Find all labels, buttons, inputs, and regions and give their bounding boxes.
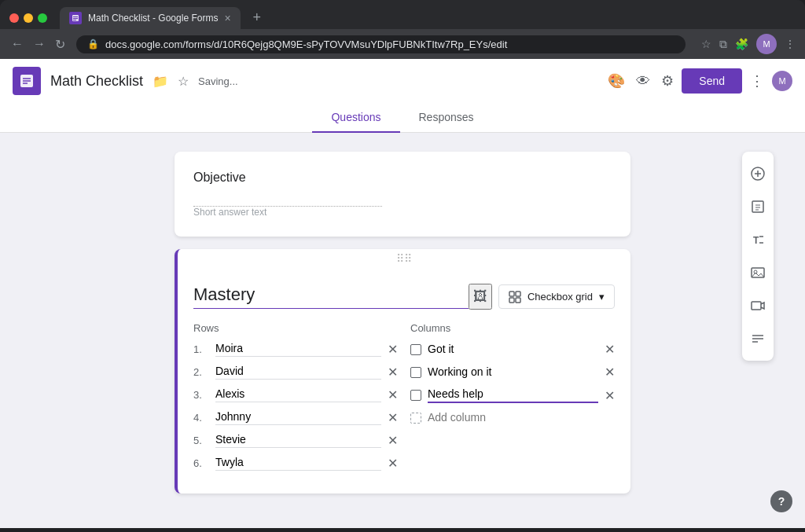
dropdown-arrow-icon: ▾	[599, 291, 605, 303]
row-item: 2. ✕	[193, 365, 398, 380]
svg-rect-24	[752, 302, 761, 310]
drag-handle[interactable]: ⠿⠿	[178, 249, 630, 271]
remove-col-3-icon[interactable]: ✕	[605, 388, 615, 403]
form-tabs: Questions Responses	[0, 103, 805, 133]
new-tab-button[interactable]: +	[247, 6, 268, 29]
columns-section: Columns ✕ ✕	[410, 322, 615, 479]
app-header: Math Checklist 📁 ☆ Saving... 🎨 👁 ⚙ Send …	[0, 59, 805, 103]
short-answer-label: Short answer text	[193, 207, 612, 218]
star-icon[interactable]: ☆	[178, 74, 189, 89]
col-item: ✕	[410, 387, 615, 403]
columns-header: Columns	[410, 322, 615, 334]
svg-rect-11	[516, 298, 520, 303]
add-column-input[interactable]	[428, 411, 615, 425]
row-input-david[interactable]	[215, 365, 381, 380]
svg-rect-8	[509, 292, 514, 296]
add-question-button[interactable]	[742, 158, 774, 189]
folder-icon[interactable]: 📁	[153, 74, 168, 89]
row-input-moira[interactable]	[215, 342, 381, 357]
remove-col-2-icon[interactable]: ✕	[605, 365, 615, 380]
remove-row-3-icon[interactable]: ✕	[388, 387, 398, 402]
rows-section: Rows 1. ✕ 2. ✕ 3.	[193, 322, 398, 479]
add-video-button[interactable]	[742, 290, 774, 321]
remove-col-1-icon[interactable]: ✕	[605, 342, 615, 357]
remove-row-5-icon[interactable]: ✕	[388, 433, 398, 448]
objective-card: Objective Short answer text	[175, 152, 630, 237]
col-input-working-on-it[interactable]	[428, 365, 598, 380]
row-input-alexis[interactable]	[215, 387, 381, 402]
checkbox-grid-icon	[509, 290, 521, 303]
remove-row-2-icon[interactable]: ✕	[388, 365, 398, 380]
question-type-selector[interactable]: Checkbox grid ▾	[498, 284, 615, 309]
add-col-checkbox-icon	[410, 413, 421, 424]
address-bar: ← → ↻ 🔒 docs.google.com/forms/d/10R6Qejg…	[0, 29, 805, 59]
content-area: Objective Short answer text ⠿⠿ 🖼 Checkbo	[0, 133, 805, 525]
help-button[interactable]: ?	[770, 490, 792, 512]
back-button[interactable]: ←	[9, 35, 25, 53]
forward-button[interactable]: →	[31, 35, 47, 53]
traffic-light-yellow[interactable]	[24, 13, 33, 23]
remove-row-4-icon[interactable]: ✕	[388, 410, 398, 425]
profile-icon[interactable]: M	[756, 34, 777, 54]
col-checkbox-1	[410, 344, 421, 355]
settings-icon[interactable]: ⚙	[658, 69, 677, 93]
row-item: 3. ✕	[193, 387, 398, 402]
image-upload-icon[interactable]: 🖼	[469, 284, 492, 310]
tab-responses[interactable]: Responses	[400, 103, 493, 133]
traffic-light-red[interactable]	[9, 13, 19, 23]
add-section-button[interactable]	[742, 323, 774, 354]
user-avatar[interactable]: M	[772, 71, 792, 91]
forms-app-icon	[13, 67, 41, 95]
saving-status: Saving...	[198, 75, 238, 87]
remove-row-6-icon[interactable]: ✕	[388, 456, 398, 471]
preview-icon[interactable]: 👁	[633, 70, 653, 93]
tab-title: Math Checklist - Google Forms	[88, 13, 218, 24]
row-input-johnny[interactable]	[215, 410, 381, 425]
layers-icon[interactable]: ⧉	[719, 38, 727, 51]
browser-menu-icon[interactable]: ⋮	[785, 38, 796, 50]
row-item: 6. ✕	[193, 456, 398, 471]
traffic-light-green[interactable]	[38, 13, 47, 23]
mastery-title-input[interactable]	[193, 284, 469, 309]
question-type-label: Checkbox grid	[527, 291, 593, 303]
add-title-button[interactable]: T	[742, 224, 774, 255]
row-input-twyla[interactable]	[215, 456, 381, 471]
add-image-button[interactable]	[742, 257, 774, 288]
color-palette-icon[interactable]: 🎨	[605, 69, 628, 93]
row-item: 1. ✕	[193, 342, 398, 357]
app-title: Math Checklist	[50, 73, 143, 90]
url-text: docs.google.com/forms/d/10R6Qejg8QM9E-sP…	[105, 39, 507, 50]
svg-rect-9	[516, 292, 520, 296]
row-item: 5. ✕	[193, 433, 398, 448]
more-options-icon[interactable]: ⋮	[747, 69, 767, 93]
row-input-stevie[interactable]	[215, 433, 381, 448]
add-column-item	[410, 411, 615, 425]
short-answer-line	[193, 191, 382, 207]
tab-favicon	[69, 12, 82, 24]
active-tab[interactable]: Math Checklist - Google Forms ×	[60, 7, 241, 29]
row-item: 4. ✕	[193, 410, 398, 425]
objective-title: Objective	[193, 171, 612, 185]
col-checkbox-2	[410, 367, 421, 378]
svg-rect-10	[509, 298, 514, 303]
bookmark-icon[interactable]: ☆	[701, 38, 711, 50]
rows-header: Rows	[193, 322, 398, 334]
send-button[interactable]: Send	[682, 68, 742, 94]
svg-rect-22	[752, 268, 764, 277]
reload-button[interactable]: ↻	[53, 35, 67, 53]
mastery-card: ⠿⠿ 🖼 Checkbox grid ▾	[175, 249, 630, 493]
col-input-needs-help[interactable]	[428, 387, 598, 403]
svg-rect-15	[752, 201, 763, 212]
lock-icon: 🔒	[87, 39, 99, 50]
col-input-got-it[interactable]	[428, 343, 598, 357]
browser-avatar: M	[756, 34, 777, 54]
remove-row-1-icon[interactable]: ✕	[388, 342, 398, 357]
tab-questions[interactable]: Questions	[312, 103, 399, 133]
app-container: Math Checklist 📁 ☆ Saving... 🎨 👁 ⚙ Send …	[0, 59, 805, 528]
rows-columns-grid: Rows 1. ✕ 2. ✕ 3.	[193, 322, 615, 479]
svg-text:T: T	[753, 235, 759, 246]
tab-close-button[interactable]: ×	[224, 12, 230, 24]
url-box[interactable]: 🔒 docs.google.com/forms/d/10R6Qejg8QM9E-…	[76, 35, 686, 53]
import-questions-button[interactable]	[742, 191, 774, 222]
extension-icon[interactable]: 🧩	[735, 38, 748, 50]
